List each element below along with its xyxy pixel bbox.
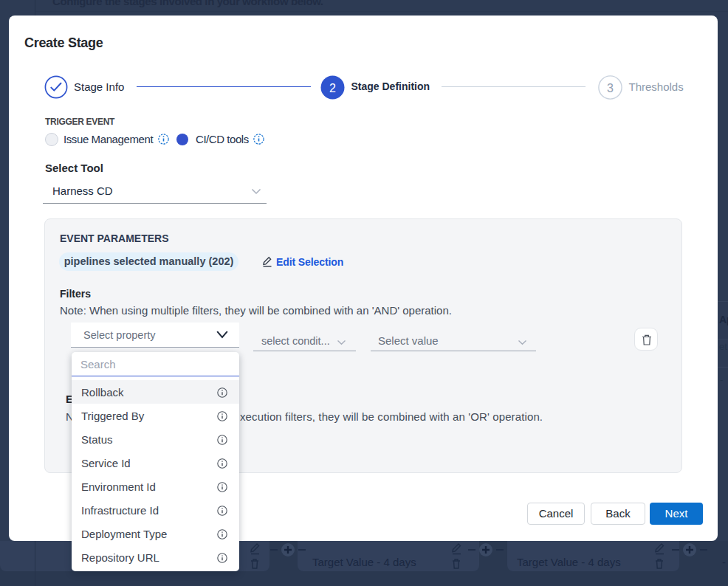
svg-text:3: 3 (607, 82, 614, 94)
svg-text:2: 2 (329, 82, 336, 94)
